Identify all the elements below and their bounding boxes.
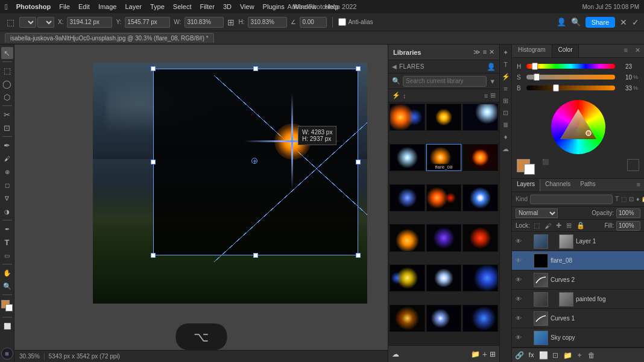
document-tab[interactable]: isabella-juskova-9aNItHjuOc0-unsplash.jp… [5, 33, 214, 43]
libraries-view-icon[interactable]: ▼ [489, 78, 496, 85]
tool-eraser[interactable]: ◻ [1, 179, 13, 191]
layers-search-input[interactable] [530, 195, 613, 204]
layers-link-icon[interactable]: 🔗 [514, 351, 524, 360]
tool-brush[interactable]: 🖌 [1, 152, 13, 164]
layers-new-icon[interactable]: + [575, 351, 584, 360]
lock-all-icon[interactable]: 🔒 [576, 222, 585, 229]
filter-icon[interactable]: ⚡ [392, 92, 400, 99]
libraries-close-icon[interactable]: ✕ [489, 48, 494, 56]
tool-marquee[interactable]: ⬚ [1, 64, 13, 76]
handle-ml[interactable] [151, 160, 156, 164]
tool-magic-wand[interactable]: ⬡ [1, 91, 13, 103]
handle-bl[interactable] [151, 253, 156, 258]
tab-paths[interactable]: Paths [575, 179, 601, 192]
libraries-cloud-icon[interactable]: ☁ [392, 350, 399, 358]
menu-select[interactable]: Select [169, 2, 195, 11]
color-wheel[interactable] [551, 100, 605, 154]
library-item-15[interactable] [462, 264, 498, 292]
tool-artboards[interactable]: ⊞ [1, 348, 13, 360]
layers-group-filter[interactable]: 📁 [642, 196, 644, 202]
menu-view[interactable]: View [236, 2, 258, 11]
b-track[interactable] [526, 86, 615, 90]
tool-hand[interactable]: ✋ [1, 267, 13, 279]
y-input[interactable] [125, 17, 170, 28]
strip-btn-2[interactable]: T [500, 59, 511, 70]
menu-image[interactable]: Image [95, 2, 121, 11]
menu-3d[interactable]: 3D [219, 2, 235, 11]
strip-btn-1[interactable]: ✦ [500, 47, 511, 58]
lock-pixel-icon[interactable]: 🖌 [545, 222, 551, 229]
strip-btn-4[interactable]: ≡ [500, 83, 511, 94]
lock-transparent-icon[interactable]: ⬚ [534, 222, 540, 229]
angle-input[interactable] [300, 17, 327, 28]
color-panel-close[interactable]: ✕ [631, 45, 644, 57]
layers-adjustment-icon[interactable]: ⊡ [551, 351, 560, 360]
options-interpolation-select[interactable] [37, 17, 54, 28]
strip-btn-5[interactable]: ⊞ [500, 95, 511, 106]
libraries-add-icon[interactable]: + [482, 349, 487, 359]
handle-tc[interactable] [253, 66, 258, 71]
library-item-16[interactable] [390, 305, 425, 332]
libraries-menu-icon[interactable]: ≡ [483, 48, 487, 56]
menu-plugins[interactable]: Plugins [259, 2, 288, 11]
libraries-expand-icon[interactable]: ≫ [473, 48, 481, 56]
tool-zoom[interactable]: 🔍 [1, 280, 13, 292]
layer-row-skycopy[interactable]: 👁 Sky copy [512, 328, 644, 348]
library-item-13[interactable] [390, 264, 425, 292]
blend-mode-select[interactable]: Normal [516, 208, 558, 218]
tab-color[interactable]: Color [552, 45, 579, 57]
layers-group-icon[interactable]: 📁 [563, 351, 572, 360]
layers-type-filter[interactable]: T [615, 196, 619, 202]
h-track[interactable] [526, 64, 615, 69]
tool-healing[interactable]: ✒ [1, 139, 13, 151]
paintedfog-visibility-icon[interactable]: 👁 [514, 295, 523, 304]
strip-btn-9[interactable]: ☁ [500, 143, 511, 154]
libraries-search-input[interactable] [403, 76, 487, 87]
w-input[interactable] [185, 17, 224, 28]
library-item-10[interactable] [390, 224, 425, 251]
library-item-4[interactable] [390, 144, 425, 171]
s-thumb[interactable] [534, 73, 540, 81]
layer-row-layer1[interactable]: 👁 Layer 1 [512, 232, 644, 251]
library-item-8[interactable] [426, 184, 462, 211]
opacity-input[interactable] [616, 208, 640, 218]
breadcrumb-back-icon[interactable]: ◀ [392, 63, 397, 70]
curves2-visibility-icon[interactable]: 👁 [514, 276, 523, 284]
layer1-visibility-icon[interactable]: 👁 [514, 237, 523, 246]
h-input[interactable] [248, 17, 287, 28]
handle-bc[interactable] [253, 253, 258, 258]
menu-file[interactable]: File [55, 2, 74, 11]
menu-type[interactable]: Type [147, 2, 168, 11]
layers-mask-icon[interactable]: ⬜ [538, 351, 548, 360]
handle-tl[interactable] [151, 66, 156, 71]
library-item-14[interactable] [426, 264, 462, 292]
app-name[interactable]: Photoshop [13, 2, 54, 11]
tab-histogram[interactable]: Histogram [512, 45, 552, 57]
s-track[interactable] [526, 75, 615, 80]
strip-btn-6[interactable]: ⊡ [500, 107, 511, 118]
options-search-icon[interactable]: 🔍 [571, 17, 581, 27]
tool-shape[interactable]: ▭ [1, 249, 13, 261]
library-item-3[interactable] [462, 104, 498, 131]
link-wh-icon[interactable]: ⊞ [227, 17, 235, 27]
person-icon[interactable]: 👤 [557, 17, 566, 27]
bg-color-swatch[interactable] [5, 304, 13, 311]
library-item-1[interactable] [390, 104, 425, 131]
library-item-11[interactable] [426, 224, 462, 251]
layers-delete-icon[interactable]: 🗑 [587, 351, 596, 360]
lock-artboard-icon[interactable]: ⊞ [566, 222, 572, 229]
libraries-add-folder-icon[interactable]: 📁 [471, 350, 480, 358]
tool-pen[interactable]: ✒ [1, 223, 13, 235]
view-grid-icon[interactable]: ⊞ [490, 92, 496, 99]
bg-swatch[interactable] [524, 164, 535, 175]
h-thumb[interactable] [532, 63, 538, 70]
flare08-visibility-icon[interactable]: 👁 [514, 257, 523, 265]
library-item-9[interactable] [462, 184, 498, 211]
skycopy-visibility-icon[interactable]: 👁 [514, 334, 523, 342]
fill-input[interactable] [616, 221, 640, 231]
strip-btn-7[interactable]: ≣ [500, 119, 511, 130]
tool-text[interactable]: T [1, 236, 13, 248]
color-reset-icon[interactable]: ⬛ [542, 159, 549, 165]
layers-fx-icon[interactable]: fx [526, 351, 536, 360]
tool-eyedropper[interactable]: ⊡ [1, 122, 13, 134]
